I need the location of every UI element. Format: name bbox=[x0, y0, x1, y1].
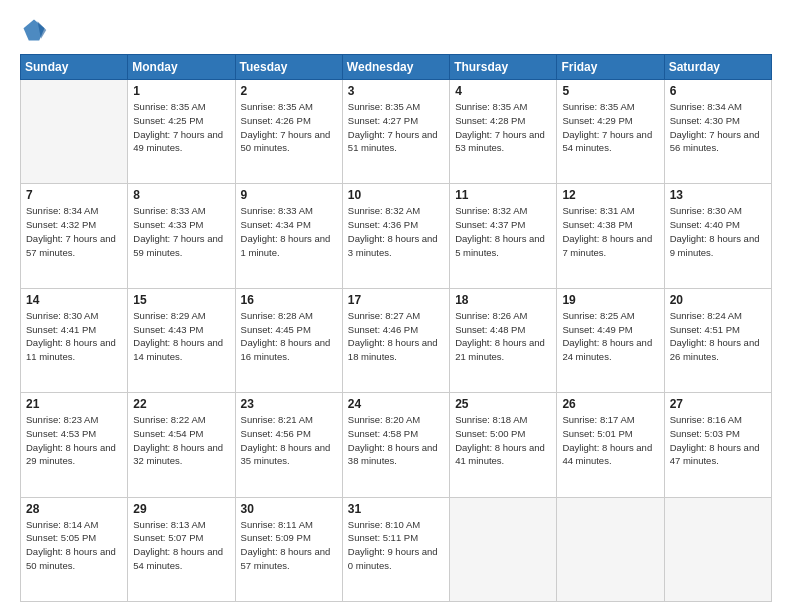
calendar-cell: 10Sunrise: 8:32 AMSunset: 4:36 PMDayligh… bbox=[342, 184, 449, 288]
week-row-3: 21Sunrise: 8:23 AMSunset: 4:53 PMDayligh… bbox=[21, 393, 772, 497]
calendar-cell: 19Sunrise: 8:25 AMSunset: 4:49 PMDayligh… bbox=[557, 288, 664, 392]
calendar-cell: 24Sunrise: 8:20 AMSunset: 4:58 PMDayligh… bbox=[342, 393, 449, 497]
day-number: 27 bbox=[670, 397, 766, 411]
day-info: Sunrise: 8:13 AMSunset: 5:07 PMDaylight:… bbox=[133, 518, 229, 573]
day-info: Sunrise: 8:24 AMSunset: 4:51 PMDaylight:… bbox=[670, 309, 766, 364]
calendar-cell: 14Sunrise: 8:30 AMSunset: 4:41 PMDayligh… bbox=[21, 288, 128, 392]
calendar-cell: 3Sunrise: 8:35 AMSunset: 4:27 PMDaylight… bbox=[342, 80, 449, 184]
day-number: 24 bbox=[348, 397, 444, 411]
day-info: Sunrise: 8:16 AMSunset: 5:03 PMDaylight:… bbox=[670, 413, 766, 468]
day-number: 8 bbox=[133, 188, 229, 202]
day-info: Sunrise: 8:30 AMSunset: 4:40 PMDaylight:… bbox=[670, 204, 766, 259]
calendar-cell: 18Sunrise: 8:26 AMSunset: 4:48 PMDayligh… bbox=[450, 288, 557, 392]
day-info: Sunrise: 8:28 AMSunset: 4:45 PMDaylight:… bbox=[241, 309, 337, 364]
calendar-cell: 27Sunrise: 8:16 AMSunset: 5:03 PMDayligh… bbox=[664, 393, 771, 497]
calendar-cell: 31Sunrise: 8:10 AMSunset: 5:11 PMDayligh… bbox=[342, 497, 449, 601]
weekday-sunday: Sunday bbox=[21, 55, 128, 80]
logo-icon bbox=[20, 16, 48, 44]
calendar-cell: 23Sunrise: 8:21 AMSunset: 4:56 PMDayligh… bbox=[235, 393, 342, 497]
weekday-monday: Monday bbox=[128, 55, 235, 80]
day-info: Sunrise: 8:31 AMSunset: 4:38 PMDaylight:… bbox=[562, 204, 658, 259]
day-info: Sunrise: 8:11 AMSunset: 5:09 PMDaylight:… bbox=[241, 518, 337, 573]
calendar-cell: 25Sunrise: 8:18 AMSunset: 5:00 PMDayligh… bbox=[450, 393, 557, 497]
day-number: 4 bbox=[455, 84, 551, 98]
week-row-1: 7Sunrise: 8:34 AMSunset: 4:32 PMDaylight… bbox=[21, 184, 772, 288]
weekday-header-row: SundayMondayTuesdayWednesdayThursdayFrid… bbox=[21, 55, 772, 80]
day-info: Sunrise: 8:35 AMSunset: 4:28 PMDaylight:… bbox=[455, 100, 551, 155]
day-number: 19 bbox=[562, 293, 658, 307]
day-number: 13 bbox=[670, 188, 766, 202]
day-number: 16 bbox=[241, 293, 337, 307]
calendar-cell bbox=[664, 497, 771, 601]
day-info: Sunrise: 8:32 AMSunset: 4:36 PMDaylight:… bbox=[348, 204, 444, 259]
calendar-cell bbox=[557, 497, 664, 601]
weekday-friday: Friday bbox=[557, 55, 664, 80]
week-row-4: 28Sunrise: 8:14 AMSunset: 5:05 PMDayligh… bbox=[21, 497, 772, 601]
calendar-cell: 30Sunrise: 8:11 AMSunset: 5:09 PMDayligh… bbox=[235, 497, 342, 601]
day-number: 7 bbox=[26, 188, 122, 202]
calendar-cell: 13Sunrise: 8:30 AMSunset: 4:40 PMDayligh… bbox=[664, 184, 771, 288]
calendar-cell bbox=[450, 497, 557, 601]
day-number: 15 bbox=[133, 293, 229, 307]
day-number: 10 bbox=[348, 188, 444, 202]
day-number: 12 bbox=[562, 188, 658, 202]
day-number: 26 bbox=[562, 397, 658, 411]
day-info: Sunrise: 8:33 AMSunset: 4:34 PMDaylight:… bbox=[241, 204, 337, 259]
week-row-0: 1Sunrise: 8:35 AMSunset: 4:25 PMDaylight… bbox=[21, 80, 772, 184]
day-info: Sunrise: 8:10 AMSunset: 5:11 PMDaylight:… bbox=[348, 518, 444, 573]
calendar-cell: 20Sunrise: 8:24 AMSunset: 4:51 PMDayligh… bbox=[664, 288, 771, 392]
day-number: 22 bbox=[133, 397, 229, 411]
day-info: Sunrise: 8:21 AMSunset: 4:56 PMDaylight:… bbox=[241, 413, 337, 468]
calendar-table: SundayMondayTuesdayWednesdayThursdayFrid… bbox=[20, 54, 772, 602]
day-number: 28 bbox=[26, 502, 122, 516]
calendar-cell: 11Sunrise: 8:32 AMSunset: 4:37 PMDayligh… bbox=[450, 184, 557, 288]
day-number: 3 bbox=[348, 84, 444, 98]
day-info: Sunrise: 8:34 AMSunset: 4:32 PMDaylight:… bbox=[26, 204, 122, 259]
calendar-cell: 16Sunrise: 8:28 AMSunset: 4:45 PMDayligh… bbox=[235, 288, 342, 392]
day-info: Sunrise: 8:17 AMSunset: 5:01 PMDaylight:… bbox=[562, 413, 658, 468]
calendar-cell bbox=[21, 80, 128, 184]
weekday-saturday: Saturday bbox=[664, 55, 771, 80]
weekday-thursday: Thursday bbox=[450, 55, 557, 80]
day-number: 31 bbox=[348, 502, 444, 516]
calendar-cell: 9Sunrise: 8:33 AMSunset: 4:34 PMDaylight… bbox=[235, 184, 342, 288]
day-number: 5 bbox=[562, 84, 658, 98]
day-number: 14 bbox=[26, 293, 122, 307]
day-number: 1 bbox=[133, 84, 229, 98]
day-number: 2 bbox=[241, 84, 337, 98]
calendar-cell: 12Sunrise: 8:31 AMSunset: 4:38 PMDayligh… bbox=[557, 184, 664, 288]
page: SundayMondayTuesdayWednesdayThursdayFrid… bbox=[0, 0, 792, 612]
day-info: Sunrise: 8:27 AMSunset: 4:46 PMDaylight:… bbox=[348, 309, 444, 364]
day-info: Sunrise: 8:23 AMSunset: 4:53 PMDaylight:… bbox=[26, 413, 122, 468]
calendar-cell: 26Sunrise: 8:17 AMSunset: 5:01 PMDayligh… bbox=[557, 393, 664, 497]
day-info: Sunrise: 8:14 AMSunset: 5:05 PMDaylight:… bbox=[26, 518, 122, 573]
calendar-cell: 17Sunrise: 8:27 AMSunset: 4:46 PMDayligh… bbox=[342, 288, 449, 392]
day-info: Sunrise: 8:35 AMSunset: 4:27 PMDaylight:… bbox=[348, 100, 444, 155]
calendar-cell: 1Sunrise: 8:35 AMSunset: 4:25 PMDaylight… bbox=[128, 80, 235, 184]
day-info: Sunrise: 8:29 AMSunset: 4:43 PMDaylight:… bbox=[133, 309, 229, 364]
day-info: Sunrise: 8:30 AMSunset: 4:41 PMDaylight:… bbox=[26, 309, 122, 364]
weekday-wednesday: Wednesday bbox=[342, 55, 449, 80]
day-info: Sunrise: 8:35 AMSunset: 4:26 PMDaylight:… bbox=[241, 100, 337, 155]
day-number: 18 bbox=[455, 293, 551, 307]
day-info: Sunrise: 8:35 AMSunset: 4:29 PMDaylight:… bbox=[562, 100, 658, 155]
day-info: Sunrise: 8:18 AMSunset: 5:00 PMDaylight:… bbox=[455, 413, 551, 468]
calendar-cell: 6Sunrise: 8:34 AMSunset: 4:30 PMDaylight… bbox=[664, 80, 771, 184]
day-info: Sunrise: 8:20 AMSunset: 4:58 PMDaylight:… bbox=[348, 413, 444, 468]
day-number: 11 bbox=[455, 188, 551, 202]
day-number: 21 bbox=[26, 397, 122, 411]
day-info: Sunrise: 8:32 AMSunset: 4:37 PMDaylight:… bbox=[455, 204, 551, 259]
calendar-cell: 22Sunrise: 8:22 AMSunset: 4:54 PMDayligh… bbox=[128, 393, 235, 497]
day-number: 6 bbox=[670, 84, 766, 98]
day-number: 29 bbox=[133, 502, 229, 516]
day-number: 23 bbox=[241, 397, 337, 411]
day-number: 17 bbox=[348, 293, 444, 307]
calendar-cell: 15Sunrise: 8:29 AMSunset: 4:43 PMDayligh… bbox=[128, 288, 235, 392]
day-info: Sunrise: 8:34 AMSunset: 4:30 PMDaylight:… bbox=[670, 100, 766, 155]
header bbox=[20, 16, 772, 44]
day-info: Sunrise: 8:26 AMSunset: 4:48 PMDaylight:… bbox=[455, 309, 551, 364]
calendar-cell: 29Sunrise: 8:13 AMSunset: 5:07 PMDayligh… bbox=[128, 497, 235, 601]
logo bbox=[20, 16, 52, 44]
day-number: 9 bbox=[241, 188, 337, 202]
calendar-cell: 28Sunrise: 8:14 AMSunset: 5:05 PMDayligh… bbox=[21, 497, 128, 601]
